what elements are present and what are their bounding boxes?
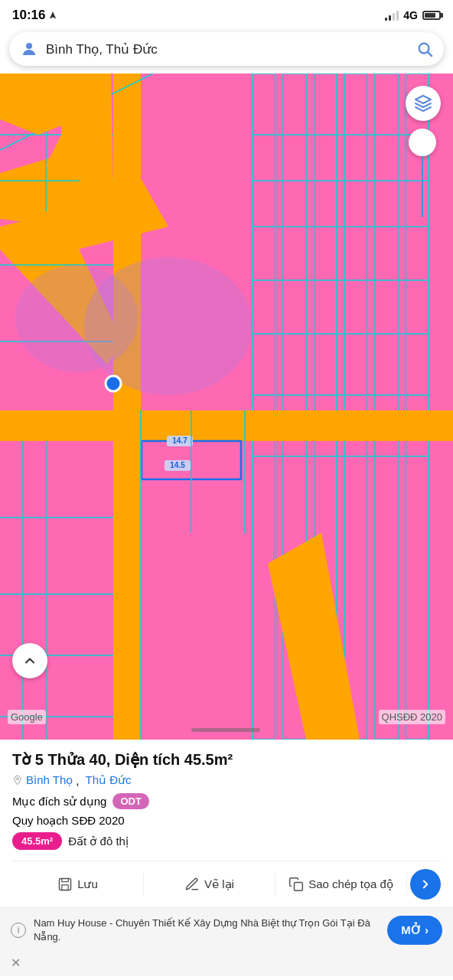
location-separator: ,: [76, 774, 82, 787]
qhsdd-label: QHSĐĐ 2020: [382, 711, 442, 723]
battery-icon: [422, 11, 441, 20]
map-svg: 14.7 14.5: [0, 74, 453, 740]
property-title: Tờ 5 Thửa 40, Diện tích 45.5m²: [12, 750, 441, 769]
layers-icon: [414, 94, 432, 113]
copy-icon: [288, 877, 304, 892]
ad-open-label: MỞ ›: [401, 923, 429, 937]
svg-point-48: [106, 376, 121, 391]
svg-rect-19: [113, 74, 141, 740]
bottom-sheet: Tờ 5 Thửa 40, Diện tích 45.5m² Bình Thọ …: [0, 740, 453, 907]
property-location: Bình Thọ , Thủ Đức: [12, 773, 441, 787]
battery-fill: [425, 13, 435, 18]
planning-label: Quy hoạch SĐĐ 2020: [12, 814, 125, 828]
more-button[interactable]: [410, 869, 441, 900]
zoom-handle[interactable]: [409, 129, 436, 156]
search-bar[interactable]: Bình Thọ, Thủ Đức: [9, 32, 444, 66]
ad-info-icon: i: [11, 923, 26, 938]
redraw-button[interactable]: Vẽ lại: [144, 869, 275, 900]
planning-row: Quy hoạch SĐĐ 2020: [12, 814, 441, 828]
svg-rect-51: [60, 879, 71, 890]
divider-3: [406, 874, 407, 895]
svg-line-2: [428, 52, 432, 56]
status-right: 4G: [385, 9, 441, 21]
svg-point-0: [26, 43, 32, 49]
copy-coord-button[interactable]: Sao chép tọa độ: [275, 869, 406, 900]
search-icon[interactable]: [416, 41, 433, 57]
area-badge: 45.5m²: [12, 832, 62, 850]
action-buttons: Lưu Vẽ lại Sao chép tọa độ: [12, 861, 441, 907]
area-row: 45.5m² Đất ở đô thị: [12, 832, 441, 850]
odt-badge: ODT: [112, 793, 148, 809]
svg-rect-52: [295, 883, 303, 891]
google-watermark: Google: [8, 710, 46, 724]
save-label: Lưu: [77, 877, 98, 891]
svg-text:14.5: 14.5: [170, 461, 185, 469]
pencil-icon: [184, 877, 200, 892]
svg-point-28: [15, 265, 138, 372]
layer-button[interactable]: [406, 86, 441, 121]
redraw-label: Vẽ lại: [204, 877, 234, 891]
signal-bars: [385, 10, 399, 21]
home-indicator: [0, 976, 453, 980]
chevron-right-icon: [419, 877, 432, 891]
search-value: Bình Thọ, Thủ Đức: [46, 41, 409, 57]
svg-text:14.7: 14.7: [172, 436, 187, 445]
location-arrow-icon: [48, 11, 57, 20]
google-label: Google: [11, 711, 43, 723]
zoom-slider[interactable]: [409, 129, 436, 217]
pin-icon: [12, 775, 23, 786]
purpose-row: Mục đích sử dụng ODT: [12, 793, 441, 809]
zoom-line: [422, 156, 423, 217]
location-part2: Thủ Đức: [86, 773, 132, 786]
map-container[interactable]: 14.7 14.5: [0, 74, 453, 740]
save-button[interactable]: Lưu: [12, 869, 143, 900]
collapse-button[interactable]: [12, 643, 47, 678]
time-display: 10:16: [12, 8, 45, 23]
ad-text: Nam Huy House - Chuyên Thiết Kế Xây Dựng…: [34, 916, 380, 944]
status-time: 10:16: [12, 8, 57, 23]
qhsdd-watermark: QHSĐĐ 2020: [379, 710, 445, 724]
location-link-1[interactable]: Bình Thọ: [26, 773, 73, 787]
purpose-label: Mục đích sử dụng: [12, 795, 106, 808]
network-type: 4G: [403, 9, 418, 21]
ad-banner: i Nam Huy House - Chuyên Thiết Kế Xây Dự…: [0, 907, 453, 952]
ad-close[interactable]: ✕: [0, 952, 453, 976]
svg-marker-20: [0, 410, 453, 441]
save-icon: [57, 877, 73, 892]
svg-rect-49: [191, 728, 260, 732]
person-icon: [20, 40, 38, 58]
area-desc: Đất ở đô thị: [68, 835, 129, 848]
status-bar: 10:16 4G: [0, 0, 453, 28]
chevron-up-icon: [22, 653, 37, 668]
ad-open-button[interactable]: MỞ ›: [387, 916, 442, 945]
copy-label: Sao chép tọa độ: [308, 877, 393, 891]
svg-point-50: [17, 778, 19, 780]
location-link-2[interactable]: Thủ Đức: [86, 773, 132, 787]
location-part1: Bình Thọ: [26, 773, 73, 786]
